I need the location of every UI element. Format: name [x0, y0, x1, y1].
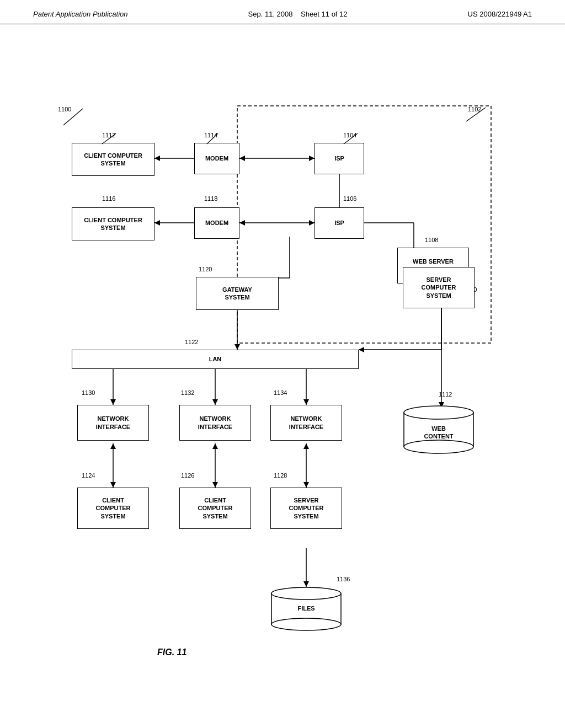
isp-1106: ISP: [315, 207, 364, 239]
svg-line-53: [466, 108, 486, 121]
ref-1106: 1106: [343, 195, 356, 202]
client1-label: CLIENT COMPUTER SYSTEM: [84, 152, 142, 168]
svg-marker-39: [303, 482, 309, 488]
svg-marker-29: [303, 399, 309, 405]
svg-marker-9: [239, 220, 245, 226]
client2-label: CLIENT COMPUTER SYSTEM: [84, 216, 142, 232]
diagram-area: 1100 1102 1112 CLIENT COMPUTER SYSTEM 11…: [0, 24, 565, 697]
page-header: Patent Application Publication Sep. 11, …: [0, 0, 565, 24]
ref-1124: 1124: [82, 472, 95, 479]
svg-line-52: [344, 133, 358, 144]
svg-marker-40: [303, 443, 309, 449]
svg-marker-5: [309, 156, 315, 161]
server-1128: SERVER COMPUTER SYSTEM: [270, 488, 342, 529]
isp1-label: ISP: [334, 154, 344, 162]
client-1126: CLIENT COMPUTER SYSTEM: [179, 488, 251, 529]
server-computer-1110: SERVER COMPUTER SYSTEM: [403, 267, 475, 308]
svg-marker-27: [212, 399, 218, 405]
server-computer-label: SERVER COMPUTER SYSTEM: [422, 276, 456, 299]
svg-marker-25: [110, 399, 116, 405]
files-label: FILES: [270, 598, 342, 612]
svg-marker-33: [110, 482, 116, 488]
client-computer-1116: CLIENT COMPUTER SYSTEM: [72, 207, 154, 240]
svg-marker-37: [212, 443, 218, 449]
arrow-1104: [341, 132, 507, 146]
svg-marker-4: [239, 156, 245, 161]
svg-marker-34: [110, 443, 116, 449]
files-cylinder: FILES: [270, 587, 342, 631]
ni1132-label: NETWORK INTERFACE: [198, 415, 232, 431]
gateway-1120: GATEWAY SYSTEM: [196, 277, 279, 310]
modem-1118: MODEM: [194, 207, 239, 239]
arrow-1102: [463, 106, 491, 122]
svg-line-50: [102, 133, 116, 144]
svg-point-45: [404, 440, 473, 453]
ref-1112b: 1112: [439, 391, 452, 398]
ni1134-label: NETWORK INTERFACE: [289, 415, 323, 431]
web-content-cylinder: WEB CONTENT: [403, 405, 475, 454]
isp2-label: ISP: [334, 219, 344, 227]
svg-point-44: [404, 406, 473, 419]
svg-marker-42: [303, 581, 309, 587]
header-patent-number: US 2008/221949 A1: [468, 10, 532, 18]
arrow-1114: [201, 132, 223, 146]
ref-1126: 1126: [181, 472, 194, 479]
client1126-label: CLIENT COMPUTER SYSTEM: [198, 496, 233, 520]
gateway-label: GATEWAY SYSTEM: [222, 286, 252, 302]
svg-marker-36: [212, 482, 218, 488]
web-content-label: WEB CONTENT: [403, 418, 475, 441]
header-sheet: Sheet 11 of 12: [301, 10, 348, 18]
ni-1130: NETWORK INTERFACE: [77, 405, 149, 441]
header-date-sheet: Sep. 11, 2008 Sheet 11 of 12: [248, 10, 348, 18]
modem2-label: MODEM: [205, 219, 228, 227]
server1128-label: SERVER COMPUTER SYSTEM: [289, 496, 324, 520]
client1124-label: CLIENT COMPUTER SYSTEM: [96, 496, 131, 520]
ni-1132: NETWORK INTERFACE: [179, 405, 251, 441]
ref-1132: 1132: [181, 389, 194, 396]
svg-marker-20: [359, 347, 364, 352]
isp-1104: ISP: [315, 143, 364, 174]
svg-point-48: [271, 618, 341, 630]
svg-marker-17: [234, 344, 240, 350]
client-computer-1112: CLIENT COMPUTER SYSTEM: [72, 143, 154, 176]
header-date: Sep. 11, 2008: [248, 10, 293, 18]
ref-1122: 1122: [185, 339, 198, 345]
header-publication-label: Patent Application Publication: [33, 10, 128, 18]
ref-1120: 1120: [199, 266, 212, 272]
svg-line-49: [63, 109, 83, 125]
ni-1134: NETWORK INTERFACE: [270, 405, 342, 441]
arrow-1100: [55, 106, 88, 128]
modem1-label: MODEM: [205, 154, 228, 162]
ref-1118: 1118: [204, 195, 217, 202]
lan-1122: LAN: [72, 350, 359, 369]
lan-label: LAN: [209, 355, 222, 363]
svg-marker-10: [309, 220, 315, 226]
svg-marker-2: [154, 156, 160, 161]
svg-line-51: [207, 133, 218, 144]
client-1124: CLIENT COMPUTER SYSTEM: [77, 488, 149, 529]
svg-marker-7: [154, 220, 160, 226]
ref-1130: 1130: [82, 389, 95, 396]
ni1130-label: NETWORK INTERFACE: [96, 415, 130, 431]
arrow-1112a: [99, 132, 121, 146]
ref-1136: 1136: [337, 576, 350, 582]
ref-1108: 1108: [425, 237, 438, 243]
figure-label: FIG. 11: [157, 647, 186, 657]
modem-1114: MODEM: [194, 143, 239, 174]
ref-1134: 1134: [274, 389, 287, 396]
ref-1128: 1128: [274, 472, 287, 479]
ref-1116: 1116: [102, 195, 115, 202]
